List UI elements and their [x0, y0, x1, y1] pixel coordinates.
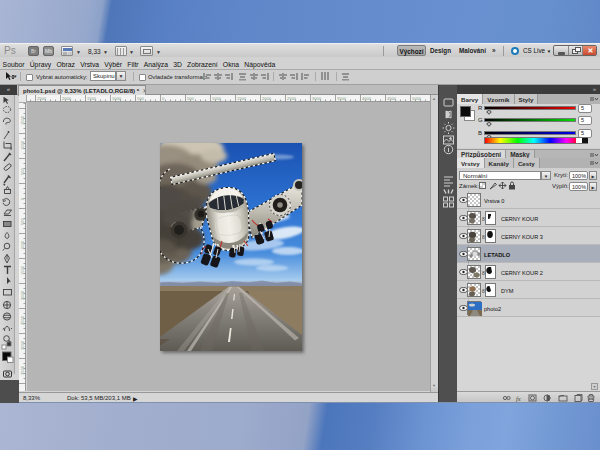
svg-text:500: 500	[137, 96, 144, 101]
svg-text:5000: 5000	[412, 96, 422, 101]
svg-text:0: 0	[162, 96, 165, 101]
svg-text:2500: 2500	[20, 315, 25, 325]
svg-text:3500: 3500	[337, 96, 347, 101]
svg-text:500: 500	[20, 168, 25, 175]
svg-text:2000: 2000	[262, 96, 272, 101]
svg-text:3500: 3500	[20, 365, 25, 375]
svg-text:2500: 2500	[37, 96, 47, 101]
svg-text:1000: 1000	[212, 96, 222, 101]
svg-text:500: 500	[187, 96, 194, 101]
svg-text:1500: 1500	[237, 96, 247, 101]
svg-text:1000: 1000	[20, 240, 25, 250]
svg-text:3000: 3000	[312, 96, 322, 101]
svg-text:1500: 1500	[87, 96, 97, 101]
svg-text:1500: 1500	[20, 115, 25, 125]
svg-text:1000: 1000	[112, 96, 122, 101]
svg-text:0: 0	[20, 197, 25, 200]
svg-text:2000: 2000	[62, 96, 72, 101]
svg-text:4000: 4000	[362, 96, 372, 101]
svg-text:500: 500	[20, 218, 25, 225]
svg-text:3000: 3000	[20, 340, 25, 350]
svg-text:1500: 1500	[20, 265, 25, 275]
svg-text:2000: 2000	[20, 290, 25, 300]
svg-text:4500: 4500	[387, 96, 397, 101]
svg-text:fx: fx	[516, 395, 521, 402]
svg-text:2500: 2500	[287, 96, 297, 101]
svg-text:1000: 1000	[20, 140, 25, 150]
